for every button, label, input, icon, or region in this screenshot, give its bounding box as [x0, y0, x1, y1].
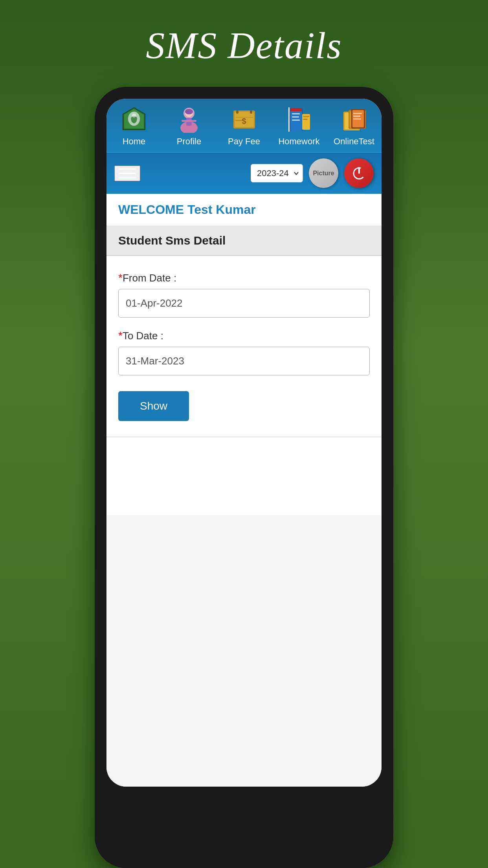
- svg-rect-7: [182, 120, 196, 122]
- to-date-group: *To Date :: [118, 329, 370, 375]
- hamburger-line-1: [119, 168, 136, 170]
- nav-item-payfee[interactable]: $ Pay Fee: [216, 99, 272, 152]
- svg-rect-25: [303, 116, 309, 117]
- svg-rect-26: [303, 119, 308, 120]
- picture-button[interactable]: Picture: [309, 158, 338, 188]
- payfee-icon: $: [230, 106, 258, 133]
- onlinetest-icon: [340, 106, 368, 133]
- from-date-input[interactable]: [118, 289, 370, 318]
- form-area: *From Date : *To Date : Show: [106, 256, 382, 437]
- bottom-area: [106, 437, 382, 515]
- svg-rect-12: [236, 110, 238, 114]
- nav-homework-label: Homework: [278, 136, 319, 147]
- nav-item-homework[interactable]: Homework: [272, 99, 327, 152]
- nav-home-label: Home: [123, 136, 146, 147]
- svg-rect-16: [235, 120, 243, 121]
- svg-rect-34: [353, 116, 360, 117]
- nav-item-profile[interactable]: Profile: [161, 99, 216, 152]
- to-date-label: *To Date :: [118, 329, 370, 342]
- power-button[interactable]: [344, 158, 374, 188]
- phone-container: Home Profile: [95, 87, 393, 868]
- picture-label: Picture: [313, 170, 334, 177]
- from-date-label: *From Date :: [118, 272, 370, 284]
- top-navigation: Home Profile: [106, 99, 382, 152]
- show-button[interactable]: Show: [118, 391, 189, 421]
- svg-point-3: [132, 114, 136, 118]
- power-icon: [352, 166, 367, 181]
- svg-rect-35: [353, 118, 361, 120]
- nav-payfee-label: Pay Fee: [228, 136, 260, 147]
- svg-rect-23: [292, 120, 300, 121]
- to-date-required: *: [118, 329, 123, 342]
- hamburger-button[interactable]: [114, 166, 140, 181]
- nav-item-home[interactable]: Home: [106, 99, 161, 152]
- phone-screen: Home Profile: [106, 99, 382, 787]
- nav-profile-label: Profile: [177, 136, 201, 147]
- page-title: SMS Details: [146, 0, 342, 87]
- to-date-input[interactable]: [118, 347, 370, 375]
- year-select[interactable]: 2023-24 2022-23 2021-22: [251, 164, 303, 182]
- hamburger-line-3: [119, 177, 136, 178]
- section-header: Student Sms Detail: [106, 226, 382, 256]
- svg-point-9: [185, 109, 193, 114]
- svg-rect-19: [290, 108, 302, 111]
- profile-icon: [175, 106, 203, 133]
- svg-rect-22: [292, 116, 299, 118]
- nav-item-onlinetest[interactable]: OnlineTest: [327, 99, 382, 152]
- content-area: WELCOME Test Kumar Student Sms Detail *F…: [106, 194, 382, 787]
- from-date-required: *: [118, 272, 123, 284]
- welcome-text: WELCOME Test Kumar: [118, 202, 256, 217]
- svg-rect-13: [250, 110, 252, 114]
- homework-icon: [285, 106, 313, 133]
- svg-rect-20: [288, 107, 290, 132]
- welcome-bar: WELCOME Test Kumar: [106, 194, 382, 226]
- svg-rect-33: [353, 113, 362, 114]
- hamburger-line-2: [119, 173, 136, 174]
- svg-rect-21: [292, 113, 300, 114]
- nav-onlinetest-label: OnlineTest: [334, 136, 374, 147]
- section-title: Student Sms Detail: [118, 234, 226, 247]
- from-date-group: *From Date :: [118, 272, 370, 318]
- second-toolbar: 2023-24 2022-23 2021-22 Picture: [106, 152, 382, 194]
- home-icon: [120, 106, 148, 133]
